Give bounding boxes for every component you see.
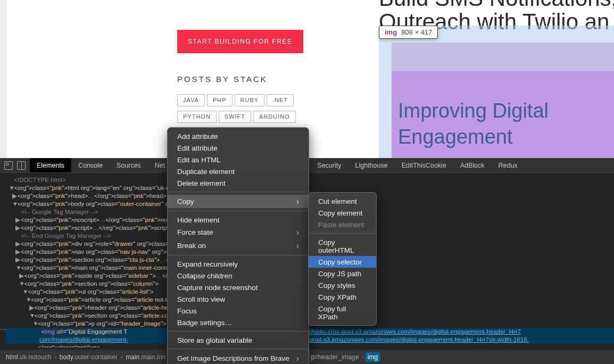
context-menu[interactable]: Add attributeEdit attributeEdit as HTMLD… bbox=[167, 127, 309, 364]
hero-image-text: Improving DigitalEngagement bbox=[398, 98, 549, 151]
menu-item-capture-node-screenshot[interactable]: Capture node screenshot bbox=[168, 282, 309, 293]
dom-line[interactable]: </org">class="pnk">p> bbox=[5, 344, 614, 348]
menu-item-collapse-children[interactable]: Collapse children bbox=[168, 270, 309, 282]
menu-item-delete-element[interactable]: Delete element bbox=[168, 177, 309, 189]
tooltip-dimensions: 808 × 417 bbox=[401, 28, 432, 36]
devtools-tab-sources[interactable]: Sources bbox=[110, 158, 148, 172]
menu-item-copy-selector[interactable]: Copy selector bbox=[309, 256, 376, 268]
devtools-tab-elements[interactable]: Elements bbox=[30, 158, 71, 172]
tag-ruby[interactable]: RUBY bbox=[235, 94, 265, 106]
menu-item-copy[interactable]: Copy bbox=[168, 195, 309, 208]
devtools-tab-adblock[interactable]: AdBlock bbox=[453, 158, 492, 172]
inspect-icon[interactable] bbox=[4, 161, 13, 170]
devtools-tab-console[interactable]: Console bbox=[71, 158, 110, 172]
context-submenu[interactable]: Cut elementCopy elementPaste elementCopy… bbox=[308, 192, 377, 326]
menu-item-duplicate-element[interactable]: Duplicate element bbox=[168, 166, 309, 177]
menu-item-copy-styles[interactable]: Copy styles bbox=[309, 279, 376, 291]
devtools-tab-security[interactable]: Security bbox=[310, 158, 348, 172]
menu-item-copy-element[interactable]: Copy element bbox=[309, 207, 376, 219]
menu-item-copy-full-xpath[interactable]: Copy full XPath bbox=[309, 303, 376, 322]
menu-item-get-image-descriptions-from-brave[interactable]: Get Image Descriptions from Brave bbox=[168, 352, 309, 364]
tag-net[interactable]: .NET bbox=[267, 94, 294, 106]
left-stripe bbox=[0, 0, 7, 158]
menu-item-expand-recursively[interactable]: Expand recursively bbox=[168, 258, 309, 270]
tag-python[interactable]: PYTHON bbox=[177, 111, 217, 123]
tag-java[interactable]: JAVA bbox=[177, 94, 205, 106]
intro-text: with Twilio's APIs and services. bbox=[177, 0, 321, 2]
tag-swift[interactable]: SWIFT bbox=[219, 111, 251, 123]
tooltip-tagname: img bbox=[385, 28, 397, 36]
breadcrumb-item[interactable]: body.outer-container bbox=[58, 353, 119, 361]
device-toggle-icon[interactable] bbox=[17, 161, 26, 170]
menu-item-edit-as-html[interactable]: Edit as HTML bbox=[168, 154, 309, 166]
tag-php[interactable]: PHP bbox=[207, 94, 233, 106]
cta-button[interactable]: START BUILDING FOR FREE bbox=[177, 30, 303, 53]
tag-arduino[interactable]: ARDUINO bbox=[253, 111, 296, 123]
menu-item-break-on[interactable]: Break on bbox=[168, 239, 309, 252]
dom-line[interactable]: ▼<org">class="pnk">html org">lang="en" o… bbox=[5, 184, 614, 192]
dom-line[interactable]: <!DOCTYPE html> bbox=[5, 176, 614, 184]
breadcrumb-item[interactable]: p#header_image bbox=[309, 353, 360, 361]
menu-item-copy-outerhtml[interactable]: Copy outerHTML bbox=[309, 236, 376, 256]
menu-item-copy-js-path[interactable]: Copy JS path bbox=[309, 268, 376, 279]
menu-item-add-attribute[interactable]: Add attribute bbox=[168, 130, 309, 142]
devtools-tab-redux[interactable]: Redux bbox=[492, 158, 525, 172]
menu-item-badge-settings-[interactable]: Badge settings… bbox=[168, 317, 309, 328]
tag-list: JAVAPHPRUBY.NETPYTHONSWIFTARDUINO bbox=[177, 94, 310, 127]
devtools-tab-lighthouse[interactable]: Lighthouse bbox=[348, 158, 394, 172]
menu-item-cut-element[interactable]: Cut element bbox=[309, 195, 376, 207]
breadcrumb-item[interactable]: main.main.inn bbox=[124, 353, 167, 361]
menu-item-copy-xpath[interactable]: Copy XPath bbox=[309, 291, 376, 303]
menu-item-hide-element[interactable]: Hide element bbox=[168, 214, 309, 226]
menu-item-edit-attribute[interactable]: Edit attribute bbox=[168, 142, 309, 154]
breadcrumb-item[interactable]: html.uk-notouch bbox=[4, 353, 53, 361]
menu-item-store-as-global-variable[interactable]: Store as global variable bbox=[168, 334, 309, 346]
devtools-tab-editthiscookie[interactable]: EditThisCookie bbox=[395, 158, 453, 172]
menu-item-paste-element: Paste element bbox=[309, 219, 376, 230]
menu-item-force-state[interactable]: Force state bbox=[168, 226, 309, 239]
posts-heading: POSTS BY STACK bbox=[177, 75, 268, 84]
menu-item-focus[interactable]: Focus bbox=[168, 305, 309, 317]
menu-item-scroll-into-view[interactable]: Scroll into view bbox=[168, 293, 309, 305]
element-tooltip: img 808 × 417 bbox=[379, 26, 438, 39]
breadcrumb-item[interactable]: img bbox=[366, 352, 380, 362]
